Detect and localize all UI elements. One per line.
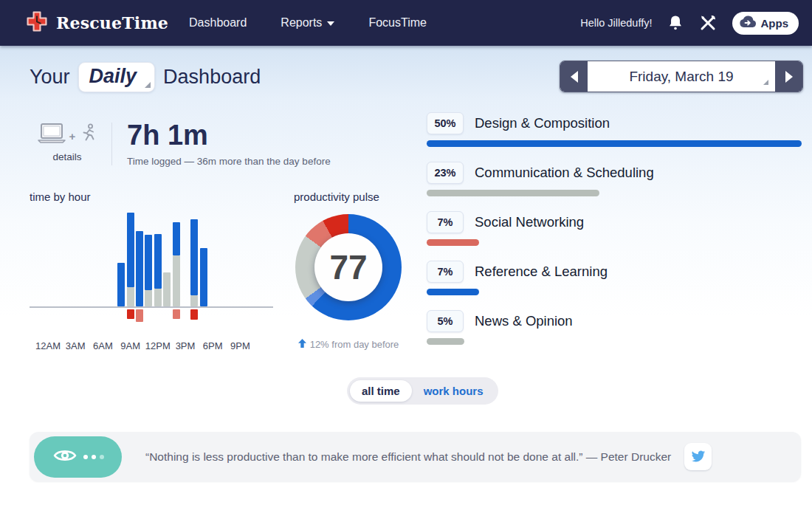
x-axis-label: 3AM	[66, 340, 86, 351]
category-name[interactable]: Social Networking	[475, 214, 584, 230]
category-bar	[427, 239, 479, 246]
dropdown-corner-icon	[145, 82, 151, 88]
time-logged-summary: + details 7h 1m Time logged — 36m more t…	[33, 121, 331, 167]
hour-bar-segment	[145, 290, 152, 306]
x-axis-label: 6AM	[93, 340, 113, 351]
tweet-button[interactable]	[684, 443, 712, 470]
category-bar	[427, 338, 464, 345]
category-percent-badge: 50%	[427, 112, 464, 134]
toggle-work-hours[interactable]: work hours	[412, 380, 495, 402]
dropdown-corner-icon	[763, 80, 768, 85]
productivity-pulse-donut: 77	[295, 214, 402, 320]
nav-item-dashboard[interactable]: Dashboard	[189, 16, 247, 30]
hour-bar-segment	[136, 231, 143, 306]
category-row: 7% Reference & Learning	[427, 261, 802, 295]
hour-bar-segment	[190, 309, 198, 320]
title-prefix: Your	[30, 66, 70, 89]
hour-bar-segment	[154, 289, 162, 306]
category-row: 5% News & Opinion	[427, 310, 802, 345]
productivity-pulse-title: productivity pulse	[294, 190, 379, 203]
hour-bar-segment	[136, 309, 143, 322]
hour-bar-segment	[127, 309, 134, 319]
laptop-icon	[37, 121, 66, 148]
top-nav: RescueTime Dashboard Reports FocusTime H…	[0, 0, 812, 46]
category-name[interactable]: News & Opinion	[475, 313, 573, 329]
x-axis-label: 9PM	[230, 340, 250, 351]
category-list: 50% Design & Composition 23% Communicati…	[427, 112, 802, 360]
hour-bar-segment	[173, 255, 180, 306]
toggle-all-time[interactable]: all time	[350, 380, 412, 402]
user-greeting[interactable]: Hello Jilleduffy!	[580, 17, 652, 29]
x-axis-label: 9AM	[120, 340, 140, 351]
hour-bar-segment	[127, 287, 134, 306]
hour-bar-segment	[200, 248, 207, 306]
x-axis-line	[30, 306, 273, 308]
hour-bar-segment	[145, 235, 152, 290]
nav-item-focustime[interactable]: FocusTime	[368, 16, 427, 30]
title-suffix: Dashboard	[163, 66, 261, 89]
category-percent-badge: 23%	[427, 162, 464, 184]
hour-bar-segment	[127, 213, 134, 287]
arrow-left-icon	[571, 71, 578, 83]
category-percent-badge: 7%	[427, 211, 464, 233]
plus-sign: +	[69, 131, 76, 148]
category-bar	[427, 140, 802, 147]
notifications-bell-icon[interactable]	[667, 14, 684, 32]
apps-label: Apps	[761, 17, 789, 30]
divider	[111, 123, 112, 165]
hour-bar-segment	[190, 219, 198, 295]
nav-right: Hello Jilleduffy!	[580, 12, 799, 35]
apps-button[interactable]: Apps	[732, 12, 799, 35]
date-navigator: Friday, March 19	[560, 61, 803, 92]
category-row: 23% Communication & Scheduling	[427, 162, 802, 196]
pulse-delta: 12% from day before	[292, 339, 405, 350]
pulse-score-circle: 77	[314, 233, 382, 301]
twitter-icon	[691, 450, 706, 463]
quote-bar: “Nothing is less productive than to make…	[30, 432, 801, 481]
category-name[interactable]: Design & Composition	[475, 115, 610, 131]
quote-text: “Nothing is less productive than to make…	[145, 450, 671, 464]
next-day-button[interactable]	[775, 61, 802, 92]
category-row: 50% Design & Composition	[427, 112, 802, 147]
running-person-icon	[78, 123, 97, 148]
x-axis-label: 12PM	[145, 340, 171, 351]
eye-icon	[52, 447, 78, 467]
hour-bar-segment	[173, 309, 180, 319]
time-by-hour-chart: 12AM3AM6AM9AM12PM3PM6PM9PM	[30, 201, 273, 356]
quote-eye-button[interactable]	[34, 436, 122, 478]
hour-bar-segment	[154, 234, 162, 289]
time-range-toggle: all time work hours	[347, 377, 498, 405]
x-axis-label: 6PM	[203, 340, 223, 351]
category-percent-badge: 7%	[427, 261, 464, 283]
period-dropdown[interactable]: Daily	[78, 62, 156, 92]
rescuetime-logo-icon	[25, 10, 49, 36]
hour-bar-segment	[163, 272, 171, 306]
arrow-up-icon	[298, 339, 306, 350]
devices-icons: + details	[33, 121, 101, 167]
details-link[interactable]: details	[33, 151, 101, 162]
category-name[interactable]: Reference & Learning	[475, 264, 608, 280]
nav-item-reports[interactable]: Reports	[281, 16, 334, 30]
brand-name: RescueTime	[56, 13, 168, 32]
nav-links: Dashboard Reports FocusTime	[189, 16, 427, 30]
date-select[interactable]: Friday, March 19	[588, 61, 775, 92]
category-row: 7% Social Networking	[427, 211, 802, 246]
tools-settings-icon[interactable]	[698, 13, 718, 32]
ellipsis-dots-icon	[83, 455, 104, 459]
hour-bar-segment	[173, 222, 180, 255]
category-bar	[427, 289, 479, 295]
x-axis-label: 12AM	[35, 340, 61, 351]
previous-day-button[interactable]	[560, 61, 588, 92]
hour-bar-segment	[117, 263, 125, 306]
category-percent-badge: 5%	[427, 310, 464, 332]
category-name[interactable]: Communication & Scheduling	[475, 165, 654, 181]
chevron-down-icon	[327, 21, 334, 26]
page-title: Your Daily Dashboard	[30, 62, 261, 92]
time-logged-value: 7h 1m	[127, 121, 331, 149]
brand[interactable]: RescueTime	[25, 10, 168, 36]
x-axis-label: 3PM	[176, 340, 196, 351]
arrow-right-icon	[785, 71, 793, 83]
pulse-score: 77	[329, 247, 367, 287]
time-logged-subtitle: Time logged — 36m more than the day befo…	[127, 156, 331, 167]
hour-bar-segment	[190, 295, 198, 306]
